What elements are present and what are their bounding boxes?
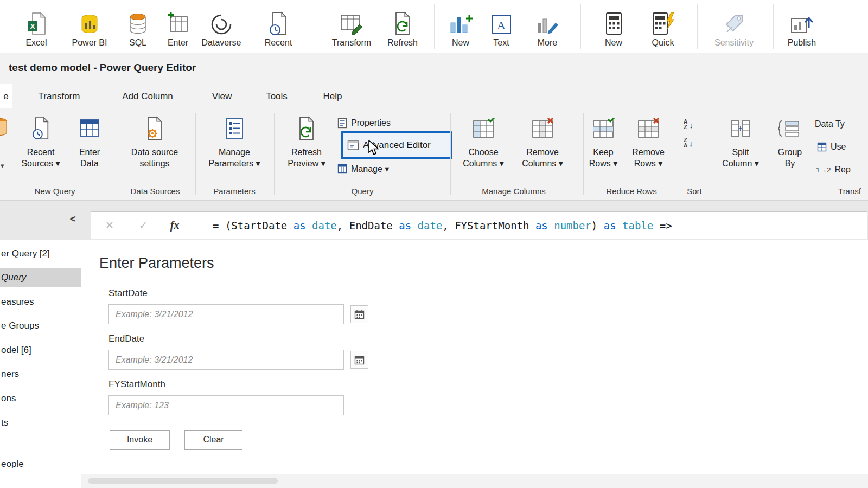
manage-button[interactable]: Manage ▾ <box>337 162 389 176</box>
replace-values-button-partial[interactable]: 1→2 Rep <box>816 163 851 177</box>
menu-tab-bar: e Transform Add Column View Tools Help <box>0 84 868 108</box>
formula-token: as <box>535 220 548 232</box>
sort-za-letters: Z A <box>684 138 687 149</box>
cancel-formula-icon[interactable]: ✕ <box>105 219 114 232</box>
query-group-item-partial[interactable]: er Query [2] <box>1 248 50 259</box>
excel-workbook-button[interactable]: X Excel <box>7 0 66 52</box>
refresh-label-top: Refresh <box>387 38 418 48</box>
group-label-parameters: Parameters <box>213 187 256 196</box>
group-separator <box>450 113 451 195</box>
group-separator <box>680 113 680 195</box>
advanced-editor-label: Advanced Editor <box>363 140 431 151</box>
choose-columns-button[interactable]: Choose Columns ▾ <box>454 114 513 169</box>
startdate-datepicker-button[interactable] <box>350 305 368 323</box>
remove-columns-button[interactable]: Remove Columns ▾ <box>513 114 572 169</box>
tab-transform[interactable]: Transform <box>29 84 89 108</box>
query-list-item-partial[interactable]: ts <box>1 418 8 428</box>
enddate-datepicker-button[interactable] <box>350 351 368 369</box>
query-list-item-partial[interactable]: odel [6] <box>1 345 31 356</box>
sql-database-icon <box>127 8 149 36</box>
split-column-label: Split Column ▾ <box>722 146 759 169</box>
properties-button[interactable]: Properties <box>337 116 391 130</box>
startdate-input[interactable] <box>108 304 344 324</box>
recent-sources-label: Recent Sources ▾ <box>21 146 60 169</box>
sensitivity-button[interactable]: Sensitivity <box>704 0 764 52</box>
data-source-settings-button[interactable]: Data source settings <box>125 114 184 169</box>
publish-button[interactable]: Publish <box>772 0 832 52</box>
refresh-preview-button[interactable]: Refresh Preview ▾ <box>277 114 336 169</box>
sort-descending-button[interactable]: Z A ↓ <box>684 136 705 151</box>
group-by-label: Group By <box>778 146 802 169</box>
ribbon-separator <box>315 4 315 49</box>
group-label-sort: Sort <box>687 187 702 196</box>
new-visual-icon <box>448 8 473 36</box>
data-type-label: Data Ty <box>815 119 845 129</box>
refresh-button-top[interactable]: Refresh <box>373 0 432 52</box>
fx-icon: fx <box>170 219 180 232</box>
more-visuals-button[interactable]: More <box>518 0 577 52</box>
query-list-item-partial[interactable]: e Groups <box>1 320 39 331</box>
formula-token: as <box>604 220 616 232</box>
fystartmonth-label: FYStartMonth <box>108 379 165 390</box>
query-list-item-selected[interactable]: Query <box>0 268 81 287</box>
manage-parameters-button[interactable]: Manage Parameters ▾ <box>205 114 264 169</box>
formula-input[interactable]: = (StartDate as date, EndDate as date, F… <box>203 212 867 239</box>
tab-add-column[interactable]: Add Column <box>110 84 186 108</box>
remove-rows-label: Remove Rows ▾ <box>632 146 665 169</box>
home-ribbon: ▾ Recent Sources ▾ Enter Data Data sourc… <box>0 108 868 201</box>
new-source-dropdown-arrow[interactable]: ▾ <box>1 162 4 170</box>
sort-ascending-button[interactable]: A Z ↓ <box>684 117 705 132</box>
recent-sources-label-top: Recent <box>265 38 292 48</box>
refresh-preview-label: Refresh Preview ▾ <box>288 146 325 169</box>
calendar-icon <box>354 310 365 319</box>
tab-help[interactable]: Help <box>311 84 354 108</box>
formula-token: as <box>293 220 306 232</box>
svg-text:X: X <box>30 22 35 30</box>
data-source-settings-label: Data source settings <box>131 146 178 169</box>
ribbon-separator <box>580 4 581 49</box>
tab-tools[interactable]: Tools <box>252 84 301 108</box>
new-visual-label: New <box>452 38 469 48</box>
window-title: test demo model - Power Query Editor <box>9 62 196 74</box>
use-first-row-label: Use <box>831 142 846 152</box>
query-list-item-partial[interactable]: eople <box>1 459 24 470</box>
group-separator <box>118 113 118 195</box>
commit-formula-icon[interactable]: ✓ <box>139 219 148 232</box>
tab-home-partial[interactable]: e <box>0 84 12 108</box>
group-separator <box>710 113 710 195</box>
power-bi-datasets-icon <box>79 8 100 36</box>
recent-sources-button-top[interactable]: Recent <box>248 0 308 52</box>
use-first-row-button-partial[interactable]: Use <box>817 140 846 154</box>
enter-data-button[interactable]: Enter Data <box>60 114 119 169</box>
group-label-new-query: New Query <box>34 187 75 196</box>
new-source-button-partial[interactable] <box>0 116 10 139</box>
data-type-button-partial[interactable]: Data Ty <box>815 117 845 131</box>
power-bi-datasets-label: Power BI <box>72 38 107 48</box>
scrollbar-thumb[interactable] <box>88 478 278 484</box>
group-label-reduce-rows: Reduce Rows <box>606 187 656 196</box>
clear-button[interactable]: Clear <box>184 430 242 450</box>
group-by-button[interactable]: Group By <box>760 114 820 169</box>
new-measure-label: New <box>605 38 622 48</box>
invoke-button[interactable]: Invoke <box>110 430 170 450</box>
manage-parameters-icon <box>224 114 245 143</box>
dataverse-button[interactable]: Dataverse <box>192 0 251 52</box>
collapse-queries-pane-button[interactable]: < <box>65 211 80 227</box>
remove-rows-button[interactable]: Remove Rows ▾ <box>618 114 678 169</box>
formula-token: table <box>616 220 654 232</box>
advanced-editor-button[interactable]: Advanced Editor <box>341 131 452 159</box>
publish-label: Publish <box>788 38 816 48</box>
fystartmonth-input[interactable] <box>108 395 344 415</box>
horizontal-scrollbar[interactable] <box>81 474 868 488</box>
new-source-icon <box>0 116 10 139</box>
quick-measure-button[interactable]: Quick <box>633 0 693 52</box>
query-list-item-partial[interactable]: easures <box>1 297 34 307</box>
tab-view[interactable]: View <box>200 84 244 108</box>
keep-rows-label: Keep Rows ▾ <box>589 146 617 169</box>
formula-token: date <box>306 220 337 232</box>
selected-query-label: Query <box>1 272 26 283</box>
dataverse-icon <box>209 8 233 36</box>
enddate-input[interactable] <box>108 350 344 370</box>
query-list-item-partial[interactable]: ners <box>1 369 19 380</box>
query-list-item-partial[interactable]: ons <box>1 393 16 404</box>
